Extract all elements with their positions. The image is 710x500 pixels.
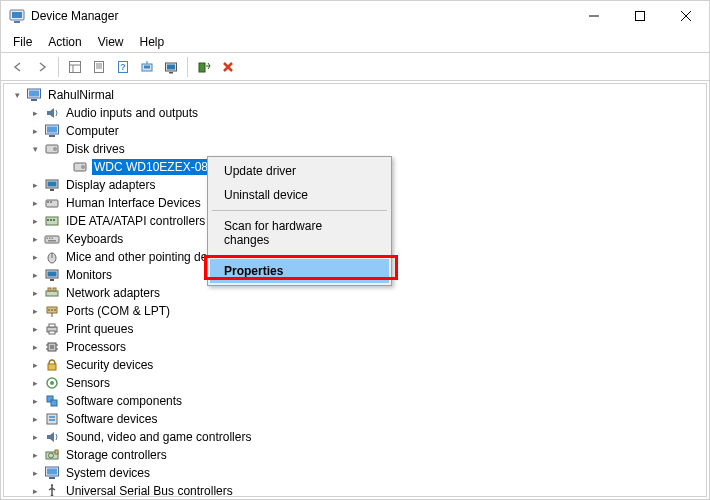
chevron-right-icon[interactable]: ▸ (28, 268, 42, 282)
tree-item-label: Monitors (64, 267, 114, 283)
chevron-right-icon[interactable]: ▸ (28, 196, 42, 210)
tree-root[interactable]: ▾ RahulNirmal (4, 86, 706, 104)
chevron-right-icon[interactable]: ▸ (28, 250, 42, 264)
tree-item-label: Ports (COM & LPT) (64, 303, 172, 319)
tree-item-label: Security devices (64, 357, 155, 373)
ctx-uninstall[interactable]: Uninstall device (210, 183, 389, 207)
svg-rect-7 (70, 61, 81, 72)
ports-icon (44, 303, 60, 319)
tree-item-network[interactable]: ▸ Network adapters (4, 284, 706, 302)
chevron-right-icon[interactable]: ▸ (28, 340, 42, 354)
show-hide-tree-button[interactable] (64, 56, 86, 78)
chevron-down-icon[interactable]: ▾ (28, 142, 42, 156)
tree-item-sw-devices[interactable]: ▸ Software devices (4, 410, 706, 428)
keyboard-icon (44, 231, 60, 247)
update-driver-button[interactable] (160, 56, 182, 78)
minimize-button[interactable] (571, 1, 617, 31)
cpu-icon (44, 339, 60, 355)
system-icon (44, 465, 60, 481)
chevron-down-icon[interactable]: ▾ (10, 88, 24, 102)
tree-item-sw-components[interactable]: ▸ Software components (4, 392, 706, 410)
enable-device-button[interactable] (193, 56, 215, 78)
menu-help[interactable]: Help (132, 33, 173, 51)
tree-item-ports[interactable]: ▸ Ports (COM & LPT) (4, 302, 706, 320)
chevron-right-icon[interactable]: ▸ (28, 304, 42, 318)
chevron-right-icon[interactable]: ▸ (28, 394, 42, 408)
back-button[interactable] (7, 56, 29, 78)
tree-item-label: Software devices (64, 411, 159, 427)
monitor-icon (44, 267, 60, 283)
svg-rect-54 (53, 288, 56, 291)
svg-rect-76 (49, 419, 55, 421)
tree-root-label: RahulNirmal (46, 87, 116, 103)
tree-item-label: Sound, video and game controllers (64, 429, 253, 445)
tree-item-system[interactable]: ▸ System devices (4, 464, 706, 482)
maximize-button[interactable] (617, 1, 663, 31)
svg-rect-69 (48, 364, 56, 370)
tree-item-label: Human Interface Devices (64, 195, 203, 211)
tree-item-computer[interactable]: ▸ Computer (4, 122, 706, 140)
uninstall-device-button[interactable] (217, 56, 239, 78)
tree-item-sensors[interactable]: ▸ Sensors (4, 374, 706, 392)
app-icon (9, 8, 25, 24)
tree-item-label: Network adapters (64, 285, 162, 301)
forward-button[interactable] (31, 56, 53, 78)
tree-item-processors[interactable]: ▸ Processors (4, 338, 706, 356)
svg-rect-44 (49, 238, 51, 240)
tree-item-label: Storage controllers (64, 447, 169, 463)
chevron-right-icon[interactable]: ▸ (28, 448, 42, 462)
context-menu: Update driver Uninstall device Scan for … (207, 156, 392, 286)
chevron-right-icon[interactable]: ▸ (28, 484, 42, 497)
help-button[interactable]: ? (112, 56, 134, 78)
tree-item-audio[interactable]: ▸ Audio inputs and outputs (4, 104, 706, 122)
menu-file[interactable]: File (5, 33, 40, 51)
svg-point-29 (53, 147, 57, 151)
chevron-right-icon[interactable]: ▸ (28, 178, 42, 192)
chevron-right-icon[interactable]: ▸ (28, 430, 42, 444)
ctx-scan-hardware[interactable]: Scan for hardware changes (210, 214, 389, 252)
svg-point-31 (81, 165, 85, 169)
chevron-right-icon[interactable]: ▸ (28, 376, 42, 390)
svg-rect-1 (14, 21, 20, 23)
menu-view[interactable]: View (90, 33, 132, 51)
chevron-right-icon[interactable]: ▸ (28, 286, 42, 300)
chevron-right-icon[interactable]: ▸ (28, 124, 42, 138)
context-separator (212, 255, 387, 256)
svg-rect-20 (169, 72, 173, 74)
chevron-right-icon[interactable]: ▸ (28, 214, 42, 228)
properties-button[interactable] (88, 56, 110, 78)
device-tree[interactable]: ▾ RahulNirmal ▸ Audio inputs and outputs… (3, 83, 707, 497)
scan-hardware-button[interactable] (136, 56, 158, 78)
svg-rect-75 (49, 416, 55, 418)
context-separator (212, 210, 387, 211)
chevron-right-icon[interactable]: ▸ (28, 412, 42, 426)
printer-icon (44, 321, 60, 337)
display-icon (44, 177, 60, 193)
title-bar: Device Manager (1, 1, 709, 31)
toolbar: ? (1, 53, 709, 81)
chevron-right-icon[interactable]: ▸ (28, 466, 42, 480)
svg-rect-37 (50, 201, 52, 203)
close-button[interactable] (663, 1, 709, 31)
tree-item-printqueues[interactable]: ▸ Print queues (4, 320, 706, 338)
svg-rect-21 (199, 63, 205, 72)
tree-item-usb[interactable]: ▸ Universal Serial Bus controllers (4, 482, 706, 497)
ctx-properties[interactable]: Properties (210, 259, 389, 283)
ctx-update-driver[interactable]: Update driver (210, 159, 389, 183)
chevron-right-icon[interactable]: ▸ (28, 322, 42, 336)
chevron-right-icon[interactable]: ▸ (28, 232, 42, 246)
menu-action[interactable]: Action (40, 33, 89, 51)
tree-item-sound[interactable]: ▸ Sound, video and game controllers (4, 428, 706, 446)
chevron-right-icon[interactable]: ▸ (28, 358, 42, 372)
software-icon (44, 411, 60, 427)
chevron-right-icon[interactable]: ▸ (28, 106, 42, 120)
svg-rect-4 (636, 12, 645, 21)
svg-rect-24 (31, 99, 37, 101)
toolbar-separator (187, 57, 188, 77)
svg-rect-81 (47, 469, 57, 475)
svg-rect-27 (49, 135, 55, 137)
tree-item-security[interactable]: ▸ Security devices (4, 356, 706, 374)
audio-icon (44, 105, 60, 121)
tree-item-label: Computer (64, 123, 121, 139)
tree-item-storage[interactable]: ▸ Storage controllers (4, 446, 706, 464)
